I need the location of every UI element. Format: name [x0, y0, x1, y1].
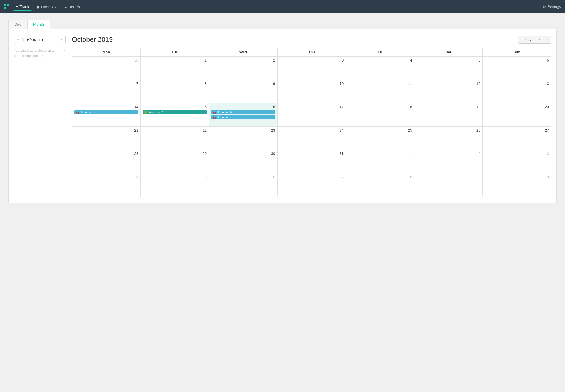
col-header-mon: Mon: [72, 48, 141, 57]
sidebar: ↩ Time Machine ✕ You can drag projects o…: [14, 36, 66, 197]
calendar-day-cell[interactable]: 10: [483, 173, 551, 197]
settings-button[interactable]: ⚙ Settings: [543, 5, 561, 9]
day-number: 29: [143, 152, 207, 156]
tab-day[interactable]: Day: [8, 20, 27, 29]
event-pill[interactable]: 🚗 DeLorean T...: [74, 110, 138, 114]
day-number: 9: [211, 82, 275, 86]
calendar-day-cell[interactable]: 9: [414, 173, 483, 197]
calendar-area: October 2019 today ‹ › MonTueWedThuFriSa…: [72, 36, 551, 197]
day-number: 31: [280, 152, 344, 156]
today-button[interactable]: today: [518, 36, 536, 44]
prev-button[interactable]: ‹: [536, 36, 544, 44]
nav-details[interactable]: ≡ Details: [62, 3, 83, 11]
day-number: 1: [143, 58, 207, 62]
calendar-day-cell[interactable]: 22: [140, 127, 209, 150]
nav-details-label: Details: [68, 5, 80, 9]
calendar-day-cell[interactable]: 29: [140, 150, 209, 173]
calendar-day-cell[interactable]: 31: [277, 150, 346, 173]
calendar-table: MonTueWedThuFriSatSun 301234567891011121…: [72, 48, 551, 197]
calendar-day-cell[interactable]: 8: [140, 80, 209, 103]
calendar-day-cell[interactable]: 17: [277, 103, 346, 127]
day-number: 8: [348, 175, 412, 179]
calendar-day-cell[interactable]: 1: [140, 57, 209, 80]
calendar-day-cell[interactable]: 7: [277, 173, 346, 197]
plus-icon: +: [16, 4, 18, 9]
day-number: 21: [74, 128, 138, 132]
main-content: Day Month ↩ Time Machine ✕ You can drag …: [0, 13, 565, 392]
tab-month[interactable]: Month: [27, 20, 50, 29]
nav-overview[interactable]: ◉ Overview: [34, 3, 60, 11]
col-header-thu: Thu: [277, 48, 346, 57]
calendar-day-cell[interactable]: 11: [346, 80, 414, 103]
calendar-week-row: 21222324252627: [72, 127, 551, 150]
day-number: 17: [280, 105, 344, 109]
calendar-day-cell[interactable]: 15🟢 Workshop 1...: [140, 103, 209, 127]
calendar-day-cell[interactable]: 12: [414, 80, 483, 103]
calendar-day-cell[interactable]: 6: [483, 57, 551, 80]
col-header-wed: Wed: [209, 48, 278, 57]
event-pill[interactable]: 🚗 DeLorean T...: [211, 115, 275, 119]
calendar-day-cell[interactable]: 23: [209, 127, 278, 150]
logo: [4, 4, 9, 9]
day-number: 30: [211, 152, 275, 156]
calendar-day-cell[interactable]: 30: [72, 57, 141, 80]
calendar-day-cell[interactable]: 7: [72, 80, 141, 103]
col-header-fri: Fri: [346, 48, 414, 57]
day-number: 5: [416, 58, 481, 62]
day-number: 13: [485, 82, 549, 86]
calendar-day-cell[interactable]: 9: [209, 80, 278, 103]
calendar-day-cell[interactable]: 10: [277, 80, 346, 103]
calendar-day-cell[interactable]: 25: [346, 127, 414, 150]
nav-bar: + Track ◉ Overview ≡ Details ⚙ Settings: [0, 0, 565, 13]
day-number: 27: [485, 128, 549, 132]
calendar-day-cell[interactable]: 14🚗 DeLorean T...: [72, 103, 141, 127]
nav-overview-label: Overview: [41, 5, 57, 9]
event-pill[interactable]: 🚗 DeLorean M...: [211, 110, 275, 114]
calendar-day-cell[interactable]: 2: [414, 150, 483, 173]
calendar-day-cell[interactable]: 13: [483, 80, 551, 103]
calendar-day-cell[interactable]: 4: [72, 173, 141, 197]
calendar-day-cell[interactable]: 1: [346, 150, 414, 173]
calendar-day-cell[interactable]: 3: [483, 150, 551, 173]
calendar-day-cell[interactable]: 5: [140, 173, 209, 197]
calendar-day-cell[interactable]: 20: [483, 103, 551, 127]
calendar-day-cell[interactable]: 5: [414, 57, 483, 80]
gear-icon: ⚙: [543, 5, 546, 9]
day-number: 4: [74, 175, 138, 179]
calendar-day-cell[interactable]: 19: [414, 103, 483, 127]
calendar-day-cell[interactable]: 26: [414, 127, 483, 150]
calendar-day-cell[interactable]: 16🚗 DeLorean M...🚗 DeLorean T...: [209, 103, 278, 127]
calendar-day-cell[interactable]: 4: [346, 57, 414, 80]
col-header-sat: Sat: [414, 48, 483, 57]
calendar-day-cell[interactable]: 2: [209, 57, 278, 80]
next-button[interactable]: ›: [543, 36, 551, 44]
event-pill[interactable]: 🟢 Workshop 1...: [143, 110, 207, 114]
calendar-day-cell[interactable]: 21: [72, 127, 141, 150]
calendar-day-cell[interactable]: 18: [346, 103, 414, 127]
calendar-title: October 2019: [72, 36, 518, 44]
day-number: 18: [348, 105, 412, 109]
day-number: 20: [485, 105, 549, 109]
calendar-day-cell[interactable]: 8: [346, 173, 414, 197]
calendar-day-cell[interactable]: 24: [277, 127, 346, 150]
time-machine-selector[interactable]: ↩ Time Machine ✕: [14, 36, 66, 44]
day-number: 24: [280, 128, 344, 132]
calendar-day-cell[interactable]: 6: [209, 173, 278, 197]
calendar-nav: today ‹ ›: [518, 36, 551, 44]
panel: ↩ Time Machine ✕ You can drag projects o…: [8, 29, 557, 203]
nav-track[interactable]: + Track: [13, 3, 32, 11]
calendar-day-cell[interactable]: 3: [277, 57, 346, 80]
calendar-week-row: 28293031123: [72, 150, 551, 173]
day-number: 2: [211, 58, 275, 62]
day-number: 4: [348, 58, 412, 62]
calendar-day-cell[interactable]: 30: [209, 150, 278, 173]
calendar-day-cell[interactable]: 27: [483, 127, 551, 150]
calendar-day-cell[interactable]: 28: [72, 150, 141, 173]
back-icon: ↩: [17, 38, 19, 42]
day-number: 22: [143, 128, 207, 132]
drag-hint-close[interactable]: ✕: [63, 48, 66, 53]
nav-track-label: Track: [19, 4, 29, 9]
day-number: 7: [74, 82, 138, 86]
drag-hint-text: You can drag projects on a date to track…: [14, 48, 60, 58]
time-machine-close[interactable]: ✕: [60, 38, 63, 42]
